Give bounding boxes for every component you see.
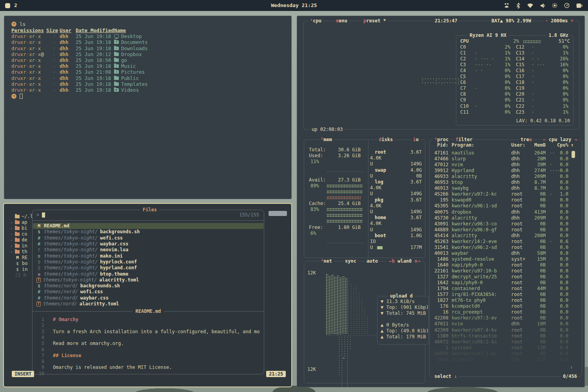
- picker-item[interactable]: #themes/tokyo-night/wofi.css: [33, 235, 263, 241]
- ls-row[interactable]: drwxr-xr-x-dhh25 Jun 19:18≡Documents: [11, 39, 291, 45]
- tree-item[interactable]: ›bi: [10, 225, 34, 231]
- tree-item[interactable]: ›de: [10, 237, 34, 243]
- process-row[interactable]: 16rcu_preemptroot0B0.0: [430, 309, 582, 315]
- process-row[interactable]: 45305kworker/u96:1-sdroot0B0.0: [430, 203, 582, 209]
- tree-item[interactable]: ›ap: [10, 220, 34, 225]
- process-row[interactable]: 1327dmcrypt_write/25root0B0.0: [430, 274, 582, 280]
- net-sync-button[interactable]: sync: [343, 258, 358, 264]
- picker-item[interactable]: ◊themes/tokyo-night/hyprland.conf: [33, 265, 263, 271]
- process-row[interactable]: 1642napi/phy0-0root0B0.0: [430, 280, 582, 286]
- picker-item[interactable]: Tthemes/nord/alacritty.toml: [33, 301, 263, 307]
- picker-item[interactable]: MREADME.md: [33, 223, 263, 229]
- editor-window[interactable]: ~/.l›ap›bi›co›de›in›thMRE$bo$in(1 h File…: [3, 203, 292, 387]
- proc-sort-switcher[interactable]: ← cpu lazy →: [541, 137, 579, 143]
- picker-item[interactable]: ◊themes/tokyo-night/hyprlock.conf: [33, 259, 263, 265]
- process-row[interactable]: 47011nvimdhh10M0.0: [430, 321, 582, 327]
- process-row[interactable]: 40013waybardhh58M0.0: [430, 250, 582, 256]
- process-row[interactable]: 46953btopdhh8.7M0.0: [430, 180, 582, 185]
- process-row[interactable]: 195kswapd0root0B0.0: [430, 197, 582, 203]
- gauge-icon[interactable]: [564, 3, 570, 8]
- wifi-icon[interactable]: [527, 3, 534, 8]
- tree-item[interactable]: MRE: [10, 255, 34, 261]
- sort-direction-icon[interactable]: ↑: [571, 142, 573, 148]
- tree-item[interactable]: $in: [10, 267, 34, 272]
- refresh-interval[interactable]: - 2000ms +: [544, 18, 575, 24]
- process-row[interactable]: 1380btrfs-transactioroot0B0.0: [430, 333, 582, 339]
- tree-item[interactable]: ›th: [10, 249, 34, 255]
- preset-button[interactable]: preset *: [362, 18, 388, 24]
- picker-item[interactable]: #themes/tokyo-night/waybar.css: [33, 241, 263, 247]
- menu-button[interactable]: menu: [334, 18, 349, 24]
- prompt-line-2[interactable]: ➜: [11, 93, 291, 99]
- process-row[interactable]: 39912Hyprlanddhh274M····0.0: [430, 168, 582, 174]
- process-row[interactable]: 31541kworker/u96:2-sdroot0B0.0: [430, 245, 582, 250]
- picker-item[interactable]: ✿themes/tokyo-night/btop.theme: [33, 271, 263, 277]
- proc-header-program[interactable]: Program:: [452, 142, 474, 148]
- process-row[interactable]: 47012nvimdhh39M·0.0: [430, 162, 582, 168]
- proc-box-title[interactable]: ⁴proc: [433, 137, 450, 143]
- ls-row[interactable]: drwxr-xr-x-dhh25 Jun 19:18Public: [11, 75, 291, 81]
- tree-item[interactable]: ~/.l: [10, 214, 34, 220]
- btop-window[interactable]: ¹cpu menu preset * 21:25:47 BAT▲ 98% 2.9…: [297, 16, 585, 387]
- cpu-box-title[interactable]: ¹cpu: [309, 18, 323, 24]
- tree-item[interactable]: $bo: [10, 261, 34, 267]
- picker-item[interactable]: Tthemes/tokyo-night/alacritty.toml: [33, 277, 263, 283]
- process-row[interactable]: 47466slurpdhh28M0.0: [430, 156, 582, 162]
- process-row[interactable]: 45730alacrittydhh209M0.0: [430, 215, 582, 221]
- tray-app-icon[interactable]: [504, 3, 510, 8]
- process-row[interactable]: 46072kworker/u98:2-kcroot0B0.0: [430, 339, 582, 345]
- process-row[interactable]: 44956kworker/u97:1-kcroot0B0.0: [430, 351, 582, 357]
- picker-item[interactable]: ≡themes/tokyo-night/mako.ini: [33, 253, 263, 259]
- process-row[interactable]: 46913swaybgdhh8.7M0.0: [430, 185, 582, 191]
- terminal-window[interactable]: ➜ ls PermissionsSizeUserDate ModifiedNam…: [4, 16, 292, 199]
- picker-item[interactable]: #themes/nord/wofi.css: [33, 289, 263, 295]
- volume-icon[interactable]: [540, 3, 545, 8]
- files-picker[interactable]: Files > 155/155 MREADME.md$themes/tokyo-…: [32, 210, 264, 374]
- process-row[interactable]: 22161kworker/u97:10-broot0B0.0: [430, 268, 582, 274]
- process-row[interactable]: 46933alacrittydhh209M0.0: [430, 174, 582, 180]
- proc-header-pid[interactable]: Pid:: [431, 142, 448, 148]
- proc-filter-button[interactable]: filter: [454, 137, 474, 143]
- net-auto-button[interactable]: auto: [365, 258, 379, 264]
- tree-item[interactable]: (1 h: [10, 272, 34, 278]
- proc-header-user[interactable]: User:: [511, 142, 525, 148]
- ls-row[interactable]: drwxr-xr-x-dhh25 Jun 21:08▴Pictures: [11, 69, 291, 75]
- process-row[interactable]: 47161nautilusdhh264M··0.0: [430, 150, 582, 156]
- mem-box-title[interactable]: ²mem: [319, 137, 334, 143]
- process-row[interactable]: 45414alacrittydhh208M0.0: [430, 233, 582, 239]
- net-box-title[interactable]: ³net: [319, 258, 334, 264]
- ls-row[interactable]: drwxr-xr-x-dhh25 Jun 19:18♪Music: [11, 63, 291, 69]
- record-icon[interactable]: [552, 3, 557, 8]
- ls-row[interactable]: drwxr-xr-x@-dhh25 Jun 20:12Dropbox: [11, 51, 291, 57]
- process-row[interactable]: 1577irq/81-PIXA3854:root0B0.0: [430, 292, 582, 298]
- ls-row[interactable]: drwxr-xr-x-dhh25 Jun 19:18↓Downloads: [11, 45, 291, 51]
- process-row[interactable]: 45263kworker/14:2-everoot0B·0.6: [430, 239, 582, 245]
- process-row[interactable]: 43091kworker/u96:3-coroot0B0.0: [430, 221, 582, 227]
- process-row[interactable]: 44889kworker/u96:0-gfroot0B0.0: [430, 227, 582, 233]
- process-row[interactable]: 1827mt76-tx phy0root0B0.0: [430, 298, 582, 303]
- picker-item[interactable]: ☾themes/tokyo-night/neovim.lua: [33, 247, 263, 253]
- process-row[interactable]: 176kcompactd0root0B0.0: [430, 303, 582, 309]
- disks-title[interactable]: disks: [377, 137, 394, 143]
- process-row[interactable]: 45266kworker/u97:2-kcroot0B·1.0: [430, 191, 582, 197]
- picker-item[interactable]: #themes/nord/waybar.css: [33, 295, 263, 301]
- process-row[interactable]: 1794containerdroot44M0.0: [430, 286, 582, 292]
- battery-icon[interactable]: [576, 3, 583, 8]
- ls-row[interactable]: drwxr-xr-x-dhh25 Jun 19:18Templates: [11, 81, 291, 87]
- tree-item[interactable]: ›in: [10, 243, 34, 249]
- process-row[interactable]: 40075dropboxdhh413M0.0: [430, 209, 582, 215]
- proc-select-button[interactable]: select ↓: [433, 374, 459, 379]
- picker-search-row[interactable]: > 155/155: [33, 210, 264, 221]
- process-row[interactable]: 3845pipewiredhh14M0.0: [430, 357, 582, 363]
- process-row[interactable]: 42309kworker/u97:4-kvroot0B0.0: [430, 327, 582, 333]
- net-interface-switcher[interactable]: ←b wlan0 n→: [388, 258, 422, 264]
- bluetooth-icon[interactable]: [516, 3, 520, 9]
- proc-header-mem[interactable]: MemB: [528, 142, 546, 148]
- ls-row[interactable]: drwxr-xr-x-dhh25 Jun 18:50go: [11, 57, 291, 63]
- proc-header-cpu[interactable]: Cpu%: [551, 142, 568, 148]
- process-row[interactable]: 1486systemd-resolvesyst+15M0.0: [430, 256, 582, 262]
- process-row[interactable]: 1640napi/phy0-0root0B0.0: [430, 262, 582, 268]
- editor-scroll-thumb[interactable]: [269, 211, 287, 216]
- process-row[interactable]: 1systemdroot13M0.0: [430, 345, 582, 351]
- process-row[interactable]: 42208kworker/u97:3-evroot0B0.0: [430, 315, 582, 321]
